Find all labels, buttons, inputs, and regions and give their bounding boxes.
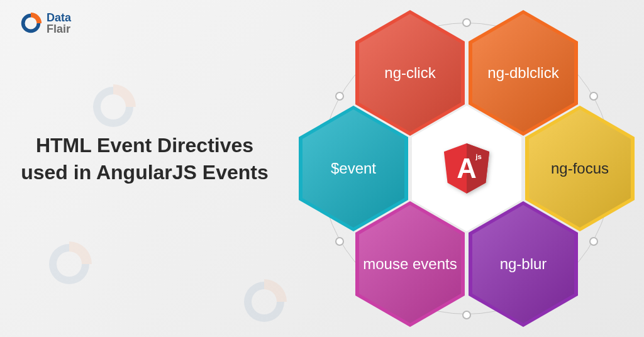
- svg-text:A: A: [457, 153, 477, 184]
- hex-diagram: ng-clickng-dblclick$eventng-focusmouse e…: [302, 8, 629, 334]
- hex-label: ng-blur: [494, 255, 553, 273]
- angular-logo-icon: A js: [443, 143, 491, 194]
- connector-dot: [335, 237, 344, 246]
- center-hex: A js: [412, 106, 521, 231]
- logo-icon: [19, 11, 43, 35]
- svg-text:js: js: [475, 153, 482, 160]
- connector-dot: [589, 92, 598, 101]
- logo-text-flair: Flair: [47, 23, 70, 35]
- connector-dot: [335, 92, 344, 101]
- hex-label: ng-focus: [545, 160, 615, 178]
- hex-label: mouse events: [357, 255, 463, 273]
- watermark-icon: [88, 82, 138, 132]
- hex-label: $event: [325, 160, 382, 178]
- logo-text-data: Data: [47, 11, 71, 24]
- hex-label: ng-dblclick: [481, 64, 565, 82]
- watermark-icon: [44, 239, 94, 289]
- page-title: HTML Event Directives used in AngularJS …: [19, 132, 270, 186]
- logo-text: Data Flair: [47, 12, 71, 35]
- watermark-icon: [239, 277, 289, 327]
- hex-label: ng-click: [378, 64, 441, 82]
- logo: Data Flair: [19, 11, 71, 35]
- connector-dot: [589, 237, 598, 246]
